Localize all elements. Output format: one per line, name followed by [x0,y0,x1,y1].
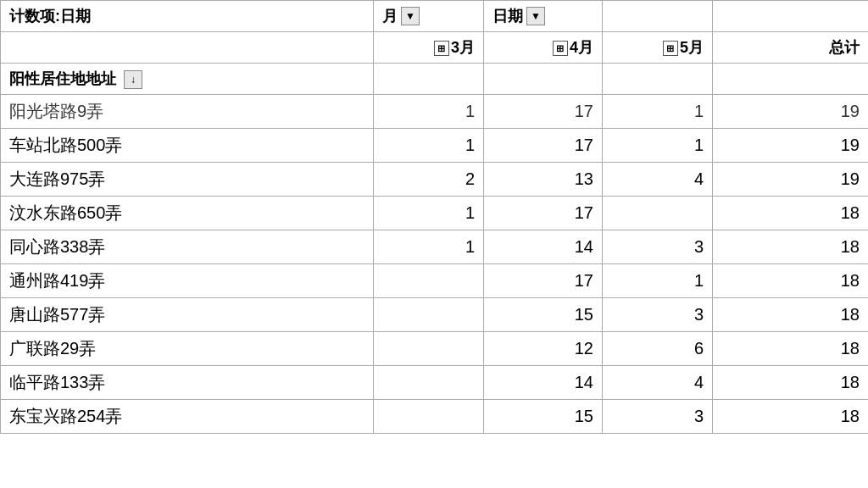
march-cell [374,298,484,332]
partial-address: 阳光塔路9弄 [1,95,374,129]
march-cell: 1 [374,230,484,264]
address-header-label: 阳性居住地地址 [9,70,116,87]
may-cell: 3 [603,298,713,332]
april-cell: 17 [484,197,603,230]
table-row: 通州路419弄17118 [1,264,869,298]
partial-march: 1 [374,95,484,129]
header-address-empty [1,32,374,64]
address-cell: 临平路133弄 [1,366,374,400]
date-filter-cell: 日期 ▼ [484,1,603,32]
april-cell: 15 [484,298,603,332]
address-cell: 同心路338弄 [1,230,374,264]
april-cell: 17 [484,129,603,163]
total-cell: 18 [713,264,869,298]
march-header: ⊞3月 [374,32,484,64]
may-expand-button[interactable]: ⊞ [663,41,678,56]
address-cell: 汶水东路650弄 [1,197,374,230]
address-cell: 唐山路577弄 [1,298,374,332]
partial-april: 17 [484,95,603,129]
march-cell [374,332,484,366]
address-cell: 广联路29弄 [1,332,374,366]
partial-march-value: 1 [465,102,475,120]
march-cell: 1 [374,197,484,230]
total-cell: 18 [713,332,869,366]
total-cell: 18 [713,197,869,230]
total-cell: 18 [713,298,869,332]
may-cell: 1 [603,129,713,163]
april-expand-button[interactable]: ⊞ [553,41,568,56]
april-cell: 14 [484,366,603,400]
april-label: 4月 [570,39,593,56]
may-cell: 4 [603,366,713,400]
total-cell: 18 [713,230,869,264]
date-filter-button[interactable]: ▼ [526,7,545,25]
total-label: 总计 [829,39,860,56]
total-header: 总计 [713,32,869,64]
march-cell: 2 [374,163,484,197]
header3-march [374,64,484,95]
month-filter-cell: 月 ▼ [374,1,484,32]
header-empty-total [713,1,869,32]
header3-total [713,64,869,95]
partial-address-text: 阳光塔路9弄 [9,102,103,120]
header-row-2: ⊞3月 ⊞4月 ⊞5月 总计 [1,32,869,64]
may-cell [603,197,713,230]
header-row-1: 计数项:日期 月 ▼ 日期 ▼ [1,1,869,32]
march-label: 3月 [451,39,475,56]
address-cell: 大连路975弄 [1,163,374,197]
partial-may: 1 [603,95,713,129]
partial-data-row: 阳光塔路9弄 1 17 1 19 [1,95,869,129]
march-cell [374,400,484,434]
header3-may [603,64,713,95]
total-cell: 19 [713,163,869,197]
table-row: 东宝兴路254弄15318 [1,400,869,434]
may-cell: 1 [603,264,713,298]
partial-total-value: 19 [841,102,860,120]
table-row: 临平路133弄14418 [1,366,869,400]
total-cell: 18 [713,400,869,434]
count-label: 计数项:日期 [1,1,374,32]
march-expand-button[interactable]: ⊞ [434,41,449,56]
partial-total: 19 [713,95,869,129]
table-row: 同心路338弄114318 [1,230,869,264]
table-row: 唐山路577弄15318 [1,298,869,332]
april-cell: 14 [484,230,603,264]
table-row: 车站北路500弄117119 [1,129,869,163]
address-header-cell: 阳性居住地地址 ↓ [1,64,374,95]
partial-may-value: 1 [694,102,704,120]
total-cell: 18 [713,366,869,400]
april-header: ⊞4月 [484,32,603,64]
total-cell: 19 [713,129,869,163]
april-cell: 12 [484,332,603,366]
table-row: 汶水东路650弄11718 [1,197,869,230]
april-cell: 13 [484,163,603,197]
march-cell [374,264,484,298]
partial-april-value: 17 [575,102,593,120]
date-label: 日期 [492,6,523,26]
april-cell: 15 [484,400,603,434]
month-filter-button[interactable]: ▼ [401,7,420,25]
may-cell: 4 [603,163,713,197]
address-cell: 车站北路500弄 [1,129,374,163]
march-cell: 1 [374,129,484,163]
may-cell: 3 [603,230,713,264]
may-cell: 3 [603,400,713,434]
header-row-3: 阳性居住地地址 ↓ [1,64,869,95]
pivot-table: 计数项:日期 月 ▼ 日期 ▼ ⊞3月 ⊞4月 ⊞5月 总计 [0,0,868,434]
address-cell: 通州路419弄 [1,264,374,298]
count-label-text: 计数项:日期 [9,8,91,25]
month-label: 月 [382,6,398,26]
header3-april [484,64,603,95]
may-cell: 6 [603,332,713,366]
header-empty-may [603,1,713,32]
may-header: ⊞5月 [603,32,713,64]
april-cell: 17 [484,264,603,298]
address-cell: 东宝兴路254弄 [1,400,374,434]
table-row: 大连路975弄213419 [1,163,869,197]
may-label: 5月 [680,39,704,56]
address-sort-button[interactable]: ↓ [124,70,142,89]
march-cell [374,366,484,400]
table-row: 广联路29弄12618 [1,332,869,366]
